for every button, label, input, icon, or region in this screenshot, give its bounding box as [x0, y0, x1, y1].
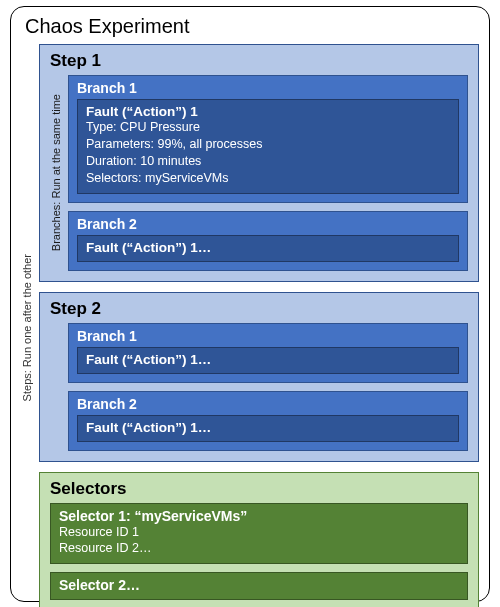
fault-box: Fault (“Action”) 1 Type: CPU Pressure Pa… — [77, 99, 459, 194]
selector-1: Selector 1: “myServiceVMs” Resource ID 1… — [50, 503, 468, 565]
fault-box: Fault (“Action”) 1… — [77, 415, 459, 442]
step-2: Step 2 Branch 1 Fault (“Action”) 1… Bran… — [39, 292, 479, 462]
branch-title: Branch 2 — [77, 396, 459, 412]
fault-line: Duration: 10 minutes — [86, 153, 450, 170]
branch-title: Branch 1 — [77, 328, 459, 344]
fault-line: Parameters: 99%, all processes — [86, 136, 450, 153]
selector-stack: Selector 1: “myServiceVMs” Resource ID 1… — [50, 503, 468, 601]
selectors-title: Selectors — [50, 479, 468, 499]
step-1: Step 1 Branches: Run at the same time Br… — [39, 44, 479, 282]
fault-box: Fault (“Action”) 1… — [77, 347, 459, 374]
step-body: Branch 1 Fault (“Action”) 1… Branch 2 Fa… — [50, 323, 468, 451]
selector-line: Resource ID 2… — [59, 540, 459, 557]
fault-line: Selectors: myServiceVMs — [86, 170, 450, 187]
step-body: Branches: Run at the same time Branch 1 … — [50, 75, 468, 271]
branch-1: Branch 1 Fault (“Action”) 1 Type: CPU Pr… — [68, 75, 468, 203]
branch-title: Branch 1 — [77, 80, 459, 96]
branch-stack: Branch 1 Fault (“Action”) 1 Type: CPU Pr… — [68, 75, 468, 271]
fault-title: Fault (“Action”) 1… — [86, 352, 450, 367]
branch-stack: Branch 1 Fault (“Action”) 1… Branch 2 Fa… — [68, 323, 468, 451]
page-title: Chaos Experiment — [25, 15, 479, 38]
branch-2: Branch 2 Fault (“Action”) 1… — [68, 391, 468, 451]
selectors-section: Selectors Selector 1: “myServiceVMs” Res… — [39, 472, 479, 608]
experiment-container: Chaos Experiment Steps: Run one after th… — [10, 6, 490, 602]
fault-line: Type: CPU Pressure — [86, 119, 450, 136]
selector-title: Selector 2… — [59, 577, 459, 593]
selector-2: Selector 2… — [50, 572, 468, 600]
branches-side-label: Branches: Run at the same time — [50, 94, 64, 251]
branch-1: Branch 1 Fault (“Action”) 1… — [68, 323, 468, 383]
main-stack: Step 1 Branches: Run at the same time Br… — [39, 44, 479, 607]
step-title: Step 2 — [50, 299, 468, 319]
step-title: Step 1 — [50, 51, 468, 71]
fault-box: Fault (“Action”) 1… — [77, 235, 459, 262]
fault-title: Fault (“Action”) 1… — [86, 420, 450, 435]
content-row: Steps: Run one after the other Step 1 Br… — [21, 44, 479, 607]
fault-title: Fault (“Action”) 1… — [86, 240, 450, 255]
branch-title: Branch 2 — [77, 216, 459, 232]
branch-2: Branch 2 Fault (“Action”) 1… — [68, 211, 468, 271]
selector-title: Selector 1: “myServiceVMs” — [59, 508, 459, 524]
steps-side-label: Steps: Run one after the other — [21, 254, 37, 401]
selector-line: Resource ID 1 — [59, 524, 459, 541]
fault-title: Fault (“Action”) 1 — [86, 104, 450, 119]
